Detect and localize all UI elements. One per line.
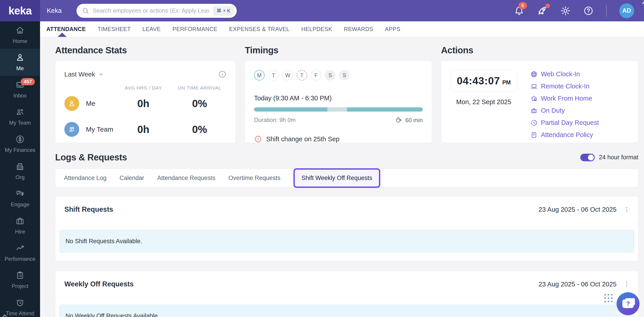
live-clock: 04:43:07 PM	[450, 70, 517, 92]
performance-icon	[15, 244, 25, 253]
sidebar-item-engage[interactable]: Engage	[0, 185, 40, 212]
tab-rewards[interactable]: REWARDS	[344, 26, 373, 32]
wfh-home-icon	[530, 95, 538, 102]
shift-requests-title: Shift Requests	[64, 206, 113, 214]
hour-format-control: 24 hour format	[580, 154, 638, 161]
active-tab-pointer	[58, 32, 66, 37]
web-clock-in-link[interactable]: Web Clock-In	[530, 70, 599, 78]
home-icon	[15, 26, 25, 35]
weekly-off-requests-card: Weekly Off Requests 23 Aug 2025 - 06 Oct…	[55, 271, 638, 317]
tab-calendar[interactable]: Calendar	[120, 174, 144, 182]
sidebar-item-label: Hire	[15, 228, 25, 235]
sidebar-item-label: My Team	[9, 120, 31, 126]
tab-leave[interactable]: LEAVE	[142, 26, 161, 32]
sidebar-item-my-finances[interactable]: My Finances	[0, 130, 40, 158]
sidebar-item-hire[interactable]: Hire	[0, 212, 40, 239]
sidebar-item-org[interactable]: Org	[0, 158, 40, 185]
action-link-label: On Duty	[541, 107, 565, 114]
global-search[interactable]: ⌘ + K	[76, 4, 237, 18]
stats-row-name: Me	[86, 100, 114, 107]
24-hour-format-toggle[interactable]	[580, 154, 595, 161]
coffee-cup-icon	[395, 116, 402, 124]
sidebar-item-inbox[interactable]: Inbox 457	[0, 76, 40, 103]
tab-expenses-travel[interactable]: EXPENSES & TRAVEL	[229, 26, 290, 32]
team-on-time: 0%	[172, 123, 226, 136]
break-duration: 60 min	[395, 116, 423, 124]
remote-clock-in-link[interactable]: Remote Clock-In	[530, 82, 599, 90]
day-thursday: T	[296, 70, 307, 80]
weekly-off-requests-date-range[interactable]: 23 Aug 2025 - 06 Oct 2025	[538, 280, 616, 288]
stats-column-headers: AVG HRS / DAY ON TIME ARRIVAL	[64, 85, 226, 91]
tab-helpdesk[interactable]: HELPDESK	[301, 26, 332, 32]
chat-drag-handle[interactable]	[604, 293, 614, 303]
whats-new-button[interactable]	[537, 6, 548, 16]
stats-info-button[interactable]	[218, 70, 226, 78]
keka-logo[interactable]: keka	[0, 0, 40, 21]
week-day-circles: M T W T F S S	[254, 70, 423, 80]
sidebar-item-label: My Finances	[5, 147, 35, 153]
kebab-menu-icon[interactable]	[623, 281, 630, 288]
sidebar-item-me[interactable]: Me	[0, 48, 40, 76]
tab-shift-weekly-off-requests[interactable]: Shift Weekly Off Requests	[294, 168, 380, 188]
module-nav: ATTENDANCE TIMESHEET LEAVE PERFORMANCE E…	[40, 21, 644, 37]
briefcase-icon	[530, 107, 538, 114]
help-chat-button[interactable]: ?	[616, 292, 640, 315]
shift-change-alert-text: Shift change on 25th Sep	[266, 136, 340, 143]
sidebar-item-time-attend[interactable]: Time Attend	[0, 294, 40, 317]
tab-attendance[interactable]: ATTENDANCE	[46, 26, 86, 32]
sidebar-item-home[interactable]: Home	[0, 21, 40, 48]
sidebar-item-my-team[interactable]: My Team	[0, 103, 40, 130]
user-icon	[15, 53, 25, 62]
day-tuesday: T	[268, 70, 279, 80]
day-wednesday: W	[282, 70, 293, 80]
partial-day-request-link[interactable]: Partial Day Request	[530, 119, 599, 126]
stats-row-name: My Team	[86, 126, 114, 133]
policy-doc-icon	[530, 132, 538, 138]
settings-button[interactable]	[560, 6, 571, 16]
engage-icon	[15, 189, 25, 198]
help-circle-icon	[583, 6, 594, 16]
avatar[interactable]: AD	[619, 3, 634, 18]
sidebar-item-label: Engage	[11, 201, 30, 208]
work-from-home-link[interactable]: Work From Home	[530, 95, 599, 102]
tab-apps[interactable]: APPS	[385, 26, 400, 32]
timings-card: M T W T F S S Today (9:30 AM - 6:30 PM) …	[245, 61, 432, 143]
help-button[interactable]	[583, 6, 594, 16]
info-icon	[218, 70, 226, 78]
action-links: Web Clock-In Remote Clock-In Work From H…	[530, 70, 599, 134]
sidebar-item-project[interactable]: Project	[0, 266, 40, 294]
inbox-count-badge: 457	[21, 78, 35, 85]
chat-question-mark: ?	[626, 300, 630, 307]
attendance-policy-link[interactable]: Attendance Policy	[530, 131, 599, 138]
logs-requests-title: Logs & Requests	[55, 152, 127, 162]
sidebar-item-label: Performance	[4, 256, 35, 262]
clock-date: Mon, 22 Sept 2025	[450, 98, 517, 106]
tab-performance[interactable]: PERFORMANCE	[172, 26, 217, 32]
period-dropdown[interactable]: Last Week	[64, 71, 104, 78]
summary-cards-row: Attendance Stats Last Week AVG HRS /	[55, 45, 638, 143]
sidebar-item-performance[interactable]: Performance	[0, 239, 40, 266]
notifications-button[interactable]: 6	[514, 6, 524, 16]
search-input[interactable]	[93, 7, 209, 14]
tab-timesheet[interactable]: TIMESHEET	[98, 26, 131, 32]
on-duty-link[interactable]: On Duty	[530, 107, 599, 114]
shift-requests-date-range[interactable]: 23 Aug 2025 - 06 Oct 2025	[538, 206, 616, 213]
col-on-time: ON TIME ARRIVAL	[172, 85, 226, 91]
sidebar-item-label: Inbox	[14, 92, 27, 99]
sidebar: Home Me Inbox 457 My Team My Finances Or…	[0, 21, 40, 317]
tab-attendance-log[interactable]: Attendance Log	[64, 174, 106, 182]
toggle-knob	[588, 154, 594, 160]
sidebar-item-label: Org	[16, 174, 24, 180]
sidebar-scroll-indicator-icon	[2, 314, 8, 317]
clock-column: 04:43:07 PM Mon, 22 Sept 2025	[450, 70, 517, 134]
actions-card: 04:43:07 PM Mon, 22 Sept 2025 Web Clock-…	[441, 61, 638, 143]
me-avatar	[64, 96, 79, 111]
day-monday: M	[254, 70, 264, 80]
search-shortcut-chip: ⌘ + K	[213, 6, 234, 16]
tab-attendance-requests[interactable]: Attendance Requests	[157, 174, 215, 182]
kebab-menu-icon[interactable]	[623, 206, 630, 213]
toggle-label: 24 hour format	[599, 154, 638, 161]
tab-overtime-requests[interactable]: Overtime Requests	[228, 174, 280, 182]
shift-change-alert: Shift change on 25th Sep	[254, 135, 423, 143]
duration-label: Duration: 9h 0m	[254, 116, 296, 124]
